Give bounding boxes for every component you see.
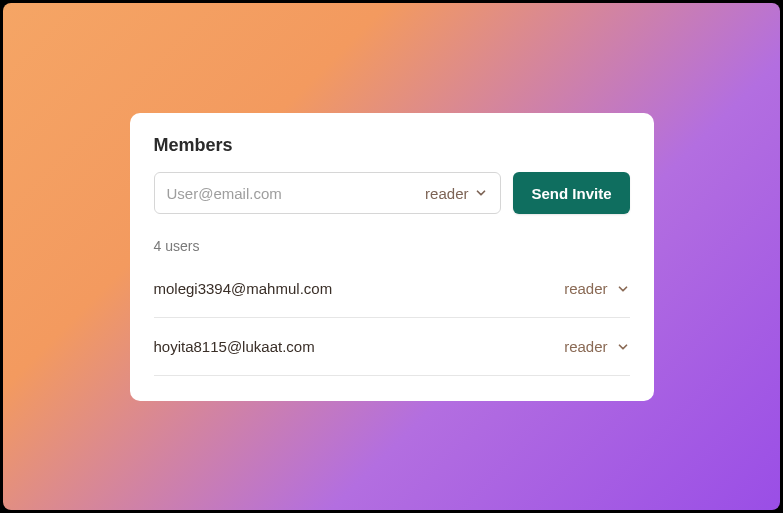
member-role-select[interactable]: reader xyxy=(564,338,629,355)
members-list: molegi3394@mahmul.comreaderhoyita8115@lu… xyxy=(154,274,630,376)
invite-role-select[interactable]: reader xyxy=(425,185,488,202)
gradient-background: Members reader Send Invite 4 users moleg… xyxy=(3,3,780,510)
member-row: hoyita8115@lukaat.comreader xyxy=(154,318,630,376)
member-role-select[interactable]: reader xyxy=(564,280,629,297)
member-email: molegi3394@mahmul.com xyxy=(154,280,333,297)
email-input[interactable] xyxy=(167,185,426,202)
member-row: molegi3394@mahmul.comreader xyxy=(154,274,630,318)
chevron-down-icon xyxy=(474,186,488,200)
members-card: Members reader Send Invite 4 users moleg… xyxy=(130,113,654,401)
invite-role-label: reader xyxy=(425,185,468,202)
panel-title: Members xyxy=(154,135,630,156)
invite-row: reader Send Invite xyxy=(154,172,630,214)
invite-input-wrap: reader xyxy=(154,172,502,214)
chevron-down-icon xyxy=(616,282,630,296)
send-invite-button[interactable]: Send Invite xyxy=(513,172,629,214)
member-email: hoyita8115@lukaat.com xyxy=(154,338,315,355)
member-role-label: reader xyxy=(564,338,607,355)
user-count: 4 users xyxy=(154,238,630,254)
member-role-label: reader xyxy=(564,280,607,297)
chevron-down-icon xyxy=(616,340,630,354)
